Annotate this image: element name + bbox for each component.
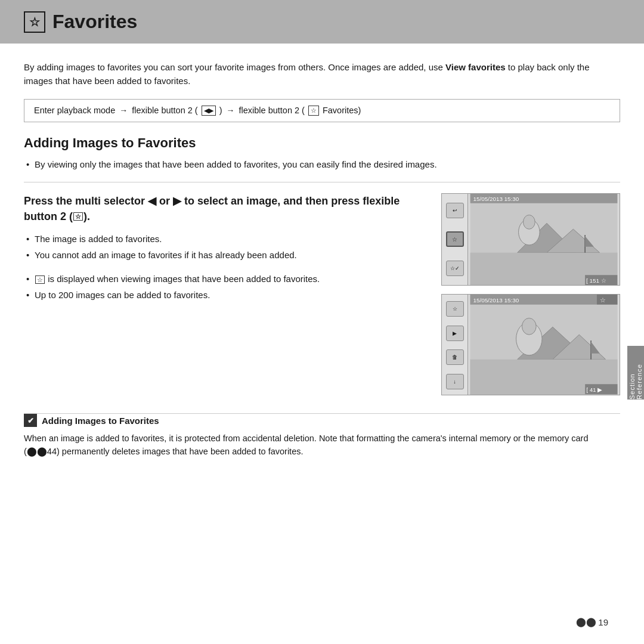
- screen-image-2: 15/05/2013 15:30 ☆ [ 41 ▶: [468, 295, 620, 395]
- nav-arrow-1: →: [119, 106, 128, 115]
- cam-btn-star-active[interactable]: ☆: [446, 231, 464, 247]
- bullet-item-2: You cannot add an image to favorites if …: [24, 249, 429, 262]
- check-icon: ✔: [24, 414, 37, 427]
- detail-bullet-list-2: ☆ is displayed when viewing images that …: [24, 273, 429, 302]
- screen1-svg: 15/05/2013 15:30 [ 151 ☆: [468, 194, 620, 285]
- note-section: ✔ Adding Images to Favorites When an ima…: [0, 414, 644, 470]
- intro-text-1: By adding images to favorites you can so…: [24, 62, 445, 72]
- instruction-heading: Press the multi selector ◀ or ▶ to selec…: [24, 193, 429, 224]
- svg-point-7: [523, 215, 535, 230]
- svg-point-19: [522, 318, 536, 335]
- page-header: ☆ Favorites: [0, 0, 644, 44]
- nav-flex-text-2: flexible button 2 (: [239, 106, 305, 115]
- reference-tab: Reference Section: [627, 346, 644, 400]
- camera-screen-2: ☆ ▶ 🗑 ↓: [441, 294, 620, 395]
- svg-text:[ 151 ☆: [ 151 ☆: [586, 277, 606, 284]
- section-title: Adding Images to Favorites: [24, 135, 620, 151]
- svg-text:15/05/2013 15:30: 15/05/2013 15:30: [473, 297, 519, 304]
- sidebar-buttons-2: ☆ ▶ 🗑 ↓: [442, 295, 468, 395]
- camera-screen-1: ↩ ☆ ☆✓: [441, 193, 620, 286]
- nav-text: Enter playback mode: [34, 106, 115, 115]
- cam-btn2-play[interactable]: ▶: [446, 326, 464, 341]
- bullet-item-1: The image is added to favorites.: [24, 233, 429, 246]
- right-column: ↩ ☆ ☆✓: [441, 193, 620, 395]
- header-icon: ☆: [24, 11, 45, 33]
- note-text: When an image is added to favorites, it …: [24, 432, 620, 459]
- note-header: ✔ Adding Images to Favorites: [24, 414, 620, 427]
- svg-text:☆: ☆: [600, 296, 606, 304]
- intro-paragraph: By adding images to favorites you can so…: [24, 60, 620, 88]
- page-number: ⬤⬤ 19: [576, 617, 608, 627]
- playback-icon: ◀▶: [202, 106, 216, 116]
- star-bullet-icon: ☆: [35, 275, 45, 284]
- star-icon: ☆: [29, 15, 40, 29]
- detail-bullet-list: The image is added to favorites. You can…: [24, 233, 429, 262]
- page-num-value: 19: [598, 617, 608, 627]
- nav-favorites-label: Favorites): [323, 106, 361, 115]
- sidebar-buttons-1: ↩ ☆ ☆✓: [442, 194, 468, 285]
- section-divider: [24, 182, 620, 182]
- screen2-svg: 15/05/2013 15:30 ☆ [ 41 ▶: [468, 295, 620, 395]
- nav-arrow-2: →: [227, 106, 235, 115]
- main-content: By adding images to favorites you can so…: [0, 44, 644, 413]
- cam-btn2-arrow[interactable]: ↓: [446, 374, 464, 389]
- intro-bullet-item: By viewing only the images that have bee…: [24, 158, 620, 172]
- nav-text-2: ): [219, 106, 222, 115]
- cam-btn2-star[interactable]: ☆: [446, 301, 464, 317]
- flexible-btn-icon: ☆: [73, 212, 83, 221]
- cam-btn2-trash[interactable]: 🗑: [446, 349, 464, 365]
- svg-text:[ 41 ▶: [ 41 ▶: [586, 386, 602, 393]
- bullet-item-4: Up to 200 images can be added to favorit…: [24, 289, 429, 302]
- bullet-item-3: ☆ is displayed when viewing images that …: [24, 273, 429, 286]
- screen-image-1: 15/05/2013 15:30 [ 151 ☆: [468, 194, 620, 285]
- page-title: Favorites: [52, 11, 137, 33]
- favorites-nav-icon: ☆: [308, 106, 319, 116]
- intro-bullet-list: By viewing only the images that have bee…: [24, 158, 620, 172]
- svg-text:15/05/2013 15:30: 15/05/2013 15:30: [473, 196, 519, 202]
- cam-btn-star-2[interactable]: ☆✓: [446, 261, 464, 276]
- intro-bold: View favorites: [445, 62, 506, 72]
- nav-instruction-box: Enter playback mode → flexible button 2 …: [24, 99, 620, 122]
- nav-flex-text-1: flexible button 2 (: [132, 106, 197, 115]
- note-title: Adding Images to Favorites: [42, 416, 159, 426]
- cam-btn-back[interactable]: ↩: [446, 203, 464, 218]
- memory-ref-icon: ⬤⬤: [27, 447, 47, 456]
- ref-tab-label: Reference Section: [628, 346, 643, 400]
- two-col-layout: Press the multi selector ◀ or ▶ to selec…: [24, 193, 620, 395]
- left-column: Press the multi selector ◀ or ▶ to selec…: [24, 193, 429, 395]
- page-num-icon: ⬤⬤: [576, 617, 596, 627]
